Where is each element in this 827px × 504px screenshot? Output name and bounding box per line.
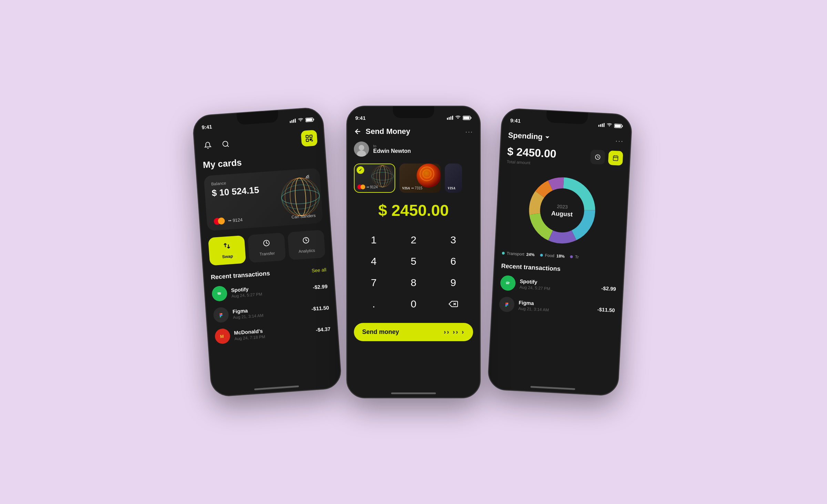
swap-button[interactable]: Swap bbox=[208, 235, 246, 266]
p3-transaction-spotify: Spotify Aug 24, 5:27 PM -$2.99 bbox=[500, 275, 616, 296]
p3-spotify-amount: -$2.99 bbox=[601, 285, 616, 292]
my-cards-title: My cards bbox=[203, 152, 319, 170]
calendar-icon bbox=[612, 155, 619, 161]
card-visa2[interactable]: VISA bbox=[445, 164, 462, 193]
bell-icon[interactable] bbox=[201, 139, 214, 152]
mcdonalds-info: McDonald's Aug 24, 7:18 PM bbox=[234, 324, 312, 341]
key-8[interactable]: 8 bbox=[394, 272, 433, 293]
phone2-header: Send Money ··· bbox=[354, 127, 473, 136]
cards-row: ✓ •• 9124 bbox=[354, 164, 473, 193]
svg-rect-39 bbox=[471, 117, 471, 119]
key-2[interactable]: 2 bbox=[394, 229, 433, 251]
key-7[interactable]: 7 bbox=[354, 272, 394, 293]
key-3[interactable]: 3 bbox=[433, 229, 473, 251]
more-dots-3[interactable]: ··· bbox=[615, 136, 624, 146]
svg-point-47 bbox=[379, 166, 385, 187]
send-arrows: ›› ›› › bbox=[444, 328, 465, 336]
key-0[interactable]: 0 bbox=[394, 293, 433, 315]
mcdonalds-amount: -$4.37 bbox=[316, 326, 331, 333]
phones-container: 9:41 bbox=[202, 106, 625, 398]
p3-spotify-icon bbox=[500, 275, 516, 291]
svg-rect-35 bbox=[449, 117, 450, 120]
phone-spending: 9:41 bbox=[487, 108, 633, 397]
svg-point-18 bbox=[289, 177, 312, 217]
key-1[interactable]: 1 bbox=[354, 229, 394, 251]
visa-text-2: VISA bbox=[448, 186, 456, 190]
p3-transaction-figma: Figma Aug 21, 3:14 AM -$11.50 bbox=[499, 296, 615, 318]
selected-check: ✓ bbox=[357, 166, 364, 174]
key-5[interactable]: 5 bbox=[394, 251, 433, 272]
svg-line-8 bbox=[227, 145, 228, 147]
figma-amount: -$11.50 bbox=[311, 304, 329, 312]
signal-icon bbox=[289, 118, 296, 123]
card1-number: •• 9124 bbox=[367, 185, 378, 189]
to-label: to bbox=[373, 144, 411, 148]
analytics-button[interactable]: Analytics bbox=[287, 230, 326, 260]
svg-rect-37 bbox=[452, 116, 453, 120]
spending-title: Spending bbox=[508, 131, 550, 142]
see-all-link[interactable]: See all bbox=[312, 267, 327, 273]
chart-year: 2023 bbox=[557, 203, 568, 210]
svg-rect-29 bbox=[219, 315, 221, 316]
svg-rect-6 bbox=[306, 118, 313, 121]
svg-rect-55 bbox=[598, 125, 599, 127]
transfer-button[interactable]: Transfer bbox=[248, 232, 286, 263]
recipient-row: to Edwin Newton bbox=[354, 141, 473, 157]
svg-rect-28 bbox=[221, 313, 222, 314]
legend-transport: Transport 24% bbox=[502, 251, 535, 257]
battery-icon-2 bbox=[463, 116, 472, 120]
transport-pct: 24% bbox=[526, 252, 535, 257]
calendar-button[interactable] bbox=[608, 150, 623, 166]
key-4[interactable]: 4 bbox=[354, 251, 394, 272]
notch-3 bbox=[546, 111, 588, 124]
svg-rect-79 bbox=[505, 305, 507, 307]
figma-icon bbox=[213, 307, 229, 323]
key-dot[interactable]: . bbox=[354, 293, 394, 315]
svg-rect-36 bbox=[450, 116, 451, 120]
card2-number: •• 7315 bbox=[411, 186, 422, 190]
food-dot bbox=[540, 254, 543, 256]
send-money-button[interactable]: Send money ›› ›› › bbox=[354, 323, 473, 341]
card-9124[interactable]: ✓ •• 9124 bbox=[354, 164, 395, 193]
svg-rect-78 bbox=[506, 304, 507, 305]
key-backspace[interactable] bbox=[433, 293, 473, 315]
svg-rect-9 bbox=[306, 135, 308, 138]
svg-rect-10 bbox=[310, 135, 312, 137]
transport-label: Transport bbox=[507, 251, 524, 257]
svg-point-19 bbox=[294, 178, 307, 216]
svg-rect-63 bbox=[613, 156, 618, 161]
mc-right bbox=[218, 217, 225, 224]
search-icon[interactable] bbox=[219, 137, 232, 150]
send-money-title: Send Money bbox=[366, 127, 410, 136]
battery-icon-3 bbox=[614, 123, 623, 128]
svg-point-48 bbox=[372, 172, 394, 180]
legend-tr: Tr bbox=[570, 254, 579, 260]
transport-dot bbox=[502, 252, 504, 254]
spotify-info: Spotify Aug 24, 5:27 PM bbox=[231, 282, 309, 298]
scan-button[interactable] bbox=[301, 130, 318, 147]
key-6[interactable]: 6 bbox=[433, 251, 473, 272]
recipient-info: to Edwin Newton bbox=[373, 144, 411, 154]
transaction-mcdonalds: M McDonald's Aug 24, 7:18 PM -$4.37 bbox=[214, 321, 331, 344]
chevron-down-icon bbox=[544, 134, 550, 140]
status-icons-1 bbox=[289, 117, 315, 123]
figma-logo-svg bbox=[217, 311, 226, 319]
notch-2 bbox=[393, 106, 434, 118]
total-label: Total amount bbox=[507, 159, 556, 167]
credit-card[interactable]: Balance $ 10 524.15 bbox=[204, 168, 323, 231]
more-options[interactable]: ··· bbox=[465, 128, 473, 136]
back-button[interactable] bbox=[354, 128, 361, 135]
recipient-avatar bbox=[354, 141, 369, 157]
history-button[interactable] bbox=[590, 149, 605, 165]
spending-title-text: Spending bbox=[508, 131, 543, 141]
key-9[interactable]: 9 bbox=[433, 272, 473, 293]
analytics-label: Analytics bbox=[298, 248, 315, 254]
status-time-1: 9:41 bbox=[202, 124, 212, 130]
svg-point-42 bbox=[359, 145, 364, 150]
backspace-icon bbox=[448, 300, 458, 308]
phone3-header: Spending ··· bbox=[508, 131, 624, 146]
quick-actions: Swap Transfer bbox=[208, 230, 326, 265]
card-7315[interactable]: VISA •• 7315 bbox=[399, 164, 441, 193]
phone1-header bbox=[201, 130, 317, 154]
food-pct: 18% bbox=[556, 253, 565, 259]
